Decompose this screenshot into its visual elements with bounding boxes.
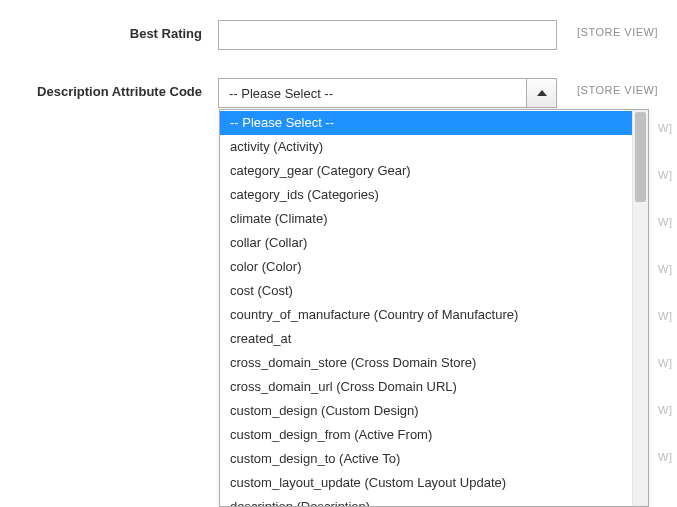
- dropdown-option[interactable]: custom_layout_update (Custom Layout Upda…: [220, 471, 632, 495]
- desc-attr-select-toggle[interactable]: [526, 79, 556, 107]
- triangle-up-icon: [537, 90, 547, 96]
- desc-attr-field-col: -- Please Select -- -- Please Select --a…: [218, 78, 557, 108]
- dropdown-option[interactable]: custom_design_from (Active From): [220, 423, 632, 447]
- best-rating-field-col: [218, 20, 557, 50]
- dropdown-option[interactable]: custom_design (Custom Design): [220, 399, 632, 423]
- partial-scope-text: W]: [658, 451, 672, 463]
- desc-attr-label: Description Attribute Code: [0, 78, 218, 99]
- best-rating-row: Best Rating [STORE VIEW]: [0, 16, 677, 54]
- scroll-thumb[interactable]: [635, 112, 646, 202]
- dropdown-option[interactable]: climate (Climate): [220, 207, 632, 231]
- desc-attr-select-display: -- Please Select --: [219, 79, 526, 107]
- desc-attr-row: Description Attribute Code -- Please Sel…: [0, 74, 677, 112]
- svg-marker-0: [537, 90, 547, 96]
- best-rating-label: Best Rating: [0, 20, 218, 41]
- dropdown-option[interactable]: category_gear (Category Gear): [220, 159, 632, 183]
- dropdown-option[interactable]: cross_domain_store (Cross Domain Store): [220, 351, 632, 375]
- dropdown-option[interactable]: activity (Activity): [220, 135, 632, 159]
- best-rating-input[interactable]: [218, 20, 557, 50]
- dropdown-scrollbar[interactable]: [632, 110, 648, 506]
- partial-scope-text: W]: [658, 122, 672, 134]
- desc-attr-scope: [STORE VIEW]: [557, 78, 658, 96]
- partial-scope-text: W]: [658, 310, 672, 322]
- dropdown-option[interactable]: collar (Collar): [220, 231, 632, 255]
- desc-attr-dropdown: -- Please Select --activity (Activity)ca…: [219, 109, 649, 507]
- dropdown-option[interactable]: color (Color): [220, 255, 632, 279]
- partial-scope-text: W]: [658, 263, 672, 275]
- dropdown-option[interactable]: -- Please Select --: [220, 111, 632, 135]
- best-rating-scope: [STORE VIEW]: [557, 20, 658, 38]
- dropdown-option[interactable]: created_at: [220, 327, 632, 351]
- desc-attr-select[interactable]: -- Please Select -- -- Please Select --a…: [218, 78, 557, 108]
- partial-scope-text: W]: [658, 216, 672, 228]
- partial-scope-text: W]: [658, 404, 672, 416]
- dropdown-option[interactable]: cross_domain_url (Cross Domain URL): [220, 375, 632, 399]
- dropdown-option[interactable]: country_of_manufacture (Country of Manuf…: [220, 303, 632, 327]
- ghost-scopes: W]W]W]W]W]W]W]W]: [658, 122, 672, 463]
- dropdown-option[interactable]: description (Description): [220, 495, 632, 506]
- partial-scope-text: W]: [658, 169, 672, 181]
- dropdown-option[interactable]: cost (Cost): [220, 279, 632, 303]
- dropdown-option[interactable]: category_ids (Categories): [220, 183, 632, 207]
- partial-scope-text: W]: [658, 357, 672, 369]
- dropdown-list[interactable]: -- Please Select --activity (Activity)ca…: [220, 110, 632, 506]
- dropdown-option[interactable]: custom_design_to (Active To): [220, 447, 632, 471]
